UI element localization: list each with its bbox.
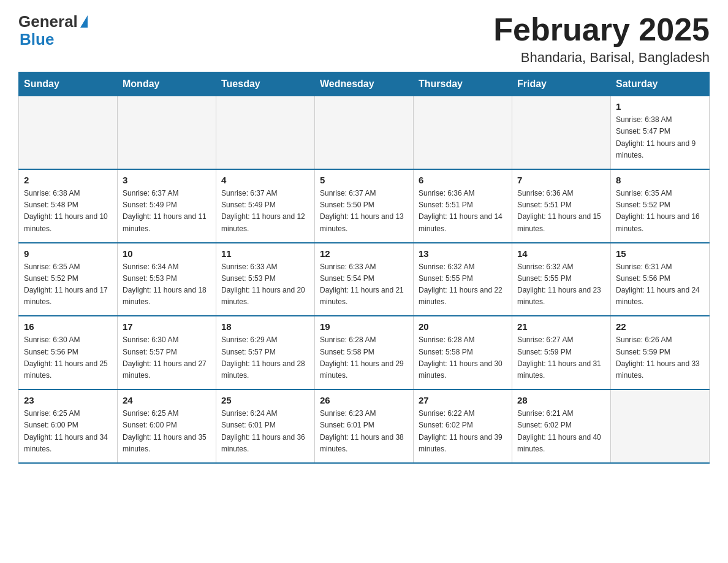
day-number: 6 [419, 175, 507, 185]
day-info: Sunrise: 6:36 AMSunset: 5:51 PMDaylight:… [419, 188, 507, 235]
day-info: Sunrise: 6:37 AMSunset: 5:50 PMDaylight:… [320, 188, 408, 235]
location-title: Bhandaria, Barisal, Bangladesh [493, 50, 710, 66]
day-number: 10 [123, 248, 211, 259]
day-number: 16 [24, 321, 112, 332]
logo-triangle-icon [80, 15, 88, 28]
calendar-week-1: 1Sunrise: 6:38 AMSunset: 5:47 PMDaylight… [19, 96, 710, 169]
calendar-cell: 19Sunrise: 6:28 AMSunset: 5:58 PMDayligh… [315, 316, 414, 389]
day-info: Sunrise: 6:23 AMSunset: 6:01 PMDaylight:… [320, 408, 408, 455]
calendar-cell [315, 96, 414, 169]
calendar-cell: 7Sunrise: 6:36 AMSunset: 5:51 PMDaylight… [512, 169, 611, 243]
day-info: Sunrise: 6:26 AMSunset: 5:59 PMDaylight:… [616, 334, 704, 381]
calendar-cell: 8Sunrise: 6:35 AMSunset: 5:52 PMDaylight… [611, 169, 710, 243]
day-number: 24 [123, 395, 211, 405]
day-number: 8 [616, 175, 704, 185]
day-info: Sunrise: 6:32 AMSunset: 5:55 PMDaylight:… [517, 261, 605, 308]
day-info: Sunrise: 6:21 AMSunset: 6:02 PMDaylight:… [517, 408, 605, 455]
day-number: 5 [320, 175, 408, 185]
day-header-wednesday: Wednesday [315, 72, 414, 96]
day-number: 2 [24, 175, 112, 185]
calendar-cell: 15Sunrise: 6:31 AMSunset: 5:56 PMDayligh… [611, 243, 710, 316]
day-number: 15 [616, 248, 704, 259]
calendar-cell: 21Sunrise: 6:27 AMSunset: 5:59 PMDayligh… [512, 316, 611, 389]
day-info: Sunrise: 6:29 AMSunset: 5:57 PMDaylight:… [221, 334, 309, 381]
calendar-cell: 10Sunrise: 6:34 AMSunset: 5:53 PMDayligh… [118, 243, 216, 316]
day-number: 12 [320, 248, 408, 259]
day-number: 20 [419, 321, 507, 332]
day-info: Sunrise: 6:38 AMSunset: 5:47 PMDaylight:… [616, 114, 704, 161]
day-number: 9 [24, 248, 112, 259]
calendar-cell: 14Sunrise: 6:32 AMSunset: 5:55 PMDayligh… [512, 243, 611, 316]
calendar-cell: 20Sunrise: 6:28 AMSunset: 5:58 PMDayligh… [414, 316, 512, 389]
day-number: 21 [517, 321, 605, 332]
calendar-cell: 11Sunrise: 6:33 AMSunset: 5:53 PMDayligh… [216, 243, 315, 316]
day-number: 17 [123, 321, 211, 332]
day-info: Sunrise: 6:27 AMSunset: 5:59 PMDaylight:… [517, 334, 605, 381]
calendar-cell: 24Sunrise: 6:25 AMSunset: 6:00 PMDayligh… [118, 389, 216, 463]
calendar-cell: 23Sunrise: 6:25 AMSunset: 6:00 PMDayligh… [19, 389, 118, 463]
day-info: Sunrise: 6:33 AMSunset: 5:53 PMDaylight:… [221, 261, 309, 308]
day-info: Sunrise: 6:22 AMSunset: 6:02 PMDaylight:… [419, 408, 507, 455]
day-number: 27 [419, 395, 507, 405]
day-info: Sunrise: 6:25 AMSunset: 6:00 PMDaylight:… [123, 408, 211, 455]
calendar-cell: 9Sunrise: 6:35 AMSunset: 5:52 PMDaylight… [19, 243, 118, 316]
day-info: Sunrise: 6:35 AMSunset: 5:52 PMDaylight:… [616, 188, 704, 235]
day-info: Sunrise: 6:37 AMSunset: 5:49 PMDaylight:… [221, 188, 309, 235]
calendar-cell: 28Sunrise: 6:21 AMSunset: 6:02 PMDayligh… [512, 389, 611, 463]
calendar-cell: 6Sunrise: 6:36 AMSunset: 5:51 PMDaylight… [414, 169, 512, 243]
calendar-cell [414, 96, 512, 169]
day-header-saturday: Saturday [611, 72, 710, 96]
day-header-thursday: Thursday [414, 72, 512, 96]
calendar-cell: 3Sunrise: 6:37 AMSunset: 5:49 PMDaylight… [118, 169, 216, 243]
day-number: 26 [320, 395, 408, 405]
day-number: 22 [616, 321, 704, 332]
day-number: 13 [419, 248, 507, 259]
day-info: Sunrise: 6:31 AMSunset: 5:56 PMDaylight:… [616, 261, 704, 308]
day-number: 11 [221, 248, 309, 259]
day-info: Sunrise: 6:36 AMSunset: 5:51 PMDaylight:… [517, 188, 605, 235]
day-info: Sunrise: 6:37 AMSunset: 5:49 PMDaylight:… [123, 188, 211, 235]
logo: General Blue [18, 12, 88, 49]
day-header-monday: Monday [118, 72, 216, 96]
day-info: Sunrise: 6:34 AMSunset: 5:53 PMDaylight:… [123, 261, 211, 308]
header: General Blue February 2025 Bhandaria, Ba… [18, 12, 710, 66]
day-info: Sunrise: 6:28 AMSunset: 5:58 PMDaylight:… [419, 334, 507, 381]
calendar-cell [19, 96, 118, 169]
calendar-cell: 13Sunrise: 6:32 AMSunset: 5:55 PMDayligh… [414, 243, 512, 316]
day-number: 28 [517, 395, 605, 405]
day-info: Sunrise: 6:30 AMSunset: 5:56 PMDaylight:… [24, 334, 112, 381]
day-number: 23 [24, 395, 112, 405]
calendar-cell [611, 389, 710, 463]
title-area: February 2025 Bhandaria, Barisal, Bangla… [493, 12, 710, 66]
calendar-week-4: 16Sunrise: 6:30 AMSunset: 5:56 PMDayligh… [19, 316, 710, 389]
calendar-cell: 5Sunrise: 6:37 AMSunset: 5:50 PMDaylight… [315, 169, 414, 243]
calendar-cell [216, 96, 315, 169]
calendar-cell: 16Sunrise: 6:30 AMSunset: 5:56 PMDayligh… [19, 316, 118, 389]
day-number: 18 [221, 321, 309, 332]
calendar-cell: 17Sunrise: 6:30 AMSunset: 5:57 PMDayligh… [118, 316, 216, 389]
day-number: 25 [221, 395, 309, 405]
calendar-cell: 27Sunrise: 6:22 AMSunset: 6:02 PMDayligh… [414, 389, 512, 463]
day-number: 1 [616, 101, 704, 112]
day-info: Sunrise: 6:28 AMSunset: 5:58 PMDaylight:… [320, 334, 408, 381]
calendar-cell [118, 96, 216, 169]
calendar-table: SundayMondayTuesdayWednesdayThursdayFrid… [18, 72, 710, 464]
day-info: Sunrise: 6:30 AMSunset: 5:57 PMDaylight:… [123, 334, 211, 381]
day-number: 7 [517, 175, 605, 185]
day-info: Sunrise: 6:33 AMSunset: 5:54 PMDaylight:… [320, 261, 408, 308]
calendar-cell: 22Sunrise: 6:26 AMSunset: 5:59 PMDayligh… [611, 316, 710, 389]
calendar-cell: 2Sunrise: 6:38 AMSunset: 5:48 PMDaylight… [19, 169, 118, 243]
day-info: Sunrise: 6:24 AMSunset: 6:01 PMDaylight:… [221, 408, 309, 455]
day-number: 4 [221, 175, 309, 185]
month-title: February 2025 [493, 12, 710, 47]
day-info: Sunrise: 6:35 AMSunset: 5:52 PMDaylight:… [24, 261, 112, 308]
calendar-cell: 1Sunrise: 6:38 AMSunset: 5:47 PMDaylight… [611, 96, 710, 169]
calendar-cell: 25Sunrise: 6:24 AMSunset: 6:01 PMDayligh… [216, 389, 315, 463]
day-header-friday: Friday [512, 72, 611, 96]
day-number: 19 [320, 321, 408, 332]
day-info: Sunrise: 6:25 AMSunset: 6:00 PMDaylight:… [24, 408, 112, 455]
calendar-cell: 12Sunrise: 6:33 AMSunset: 5:54 PMDayligh… [315, 243, 414, 316]
day-info: Sunrise: 6:32 AMSunset: 5:55 PMDaylight:… [419, 261, 507, 308]
day-header-tuesday: Tuesday [216, 72, 315, 96]
day-number: 3 [123, 175, 211, 185]
